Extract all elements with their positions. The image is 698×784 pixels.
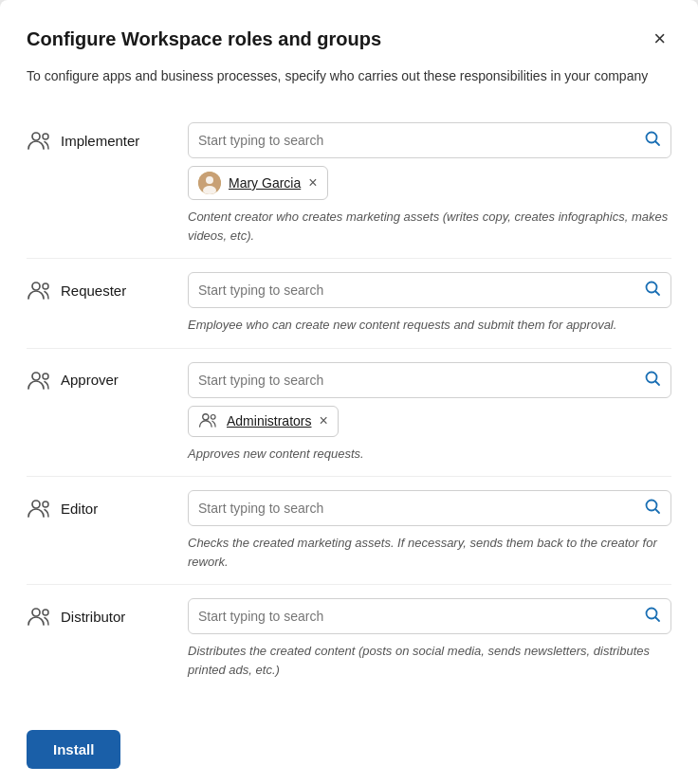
role-right-requester: Employee who can create new content requ… xyxy=(188,272,671,335)
role-desc-approver: Approves new content requests. xyxy=(188,445,671,464)
search-icon xyxy=(644,498,661,519)
tag-name-approver: Administrators xyxy=(227,413,311,428)
role-name-editor: Editor xyxy=(61,501,98,517)
tag-name-implementer: Mary Garcia xyxy=(229,175,301,191)
search-icon xyxy=(644,130,661,151)
role-row-editor: Editor Checks the created marketing asse… xyxy=(27,476,671,584)
role-right-implementer: Mary Garcia×Content creator who creates … xyxy=(188,122,671,245)
svg-point-8 xyxy=(43,283,48,289)
search-box-implementer[interactable] xyxy=(188,122,671,158)
search-icon xyxy=(644,370,661,391)
svg-point-12 xyxy=(43,374,48,379)
configure-dialog: Configure Workspace roles and groups × T… xyxy=(0,0,698,784)
svg-point-23 xyxy=(647,609,657,619)
dialog-footer: Install xyxy=(27,715,671,769)
avatar xyxy=(198,172,221,194)
search-icon xyxy=(644,280,661,301)
people-icon xyxy=(27,498,53,519)
group-icon xyxy=(198,411,219,431)
svg-point-5 xyxy=(206,176,213,184)
svg-line-14 xyxy=(656,381,660,385)
role-name-requester: Requester xyxy=(61,283,126,299)
svg-line-3 xyxy=(656,142,660,146)
search-input-requester[interactable] xyxy=(198,283,636,298)
role-name-approver: Approver xyxy=(61,372,119,388)
tag-implementer: Mary Garcia× xyxy=(188,166,328,200)
search-icon xyxy=(644,606,661,627)
svg-point-9 xyxy=(647,283,657,293)
svg-point-19 xyxy=(647,501,657,511)
search-input-approver[interactable] xyxy=(198,373,636,388)
dialog-header: Configure Workspace roles and groups × xyxy=(27,27,671,51)
role-label-distributor: Distributor xyxy=(27,598,169,627)
svg-point-0 xyxy=(32,133,40,140)
search-box-editor[interactable] xyxy=(188,490,671,526)
svg-point-21 xyxy=(32,609,40,616)
role-name-distributor: Distributor xyxy=(61,609,125,625)
svg-point-7 xyxy=(32,283,40,290)
role-right-editor: Checks the created marketing assets. If … xyxy=(188,490,671,571)
search-input-distributor[interactable] xyxy=(198,609,636,624)
close-button[interactable]: × xyxy=(648,27,671,51)
role-desc-implementer: Content creator who creates marketing as… xyxy=(188,208,671,245)
svg-point-1 xyxy=(43,134,48,139)
search-box-approver[interactable] xyxy=(188,362,671,398)
svg-point-22 xyxy=(43,610,48,615)
svg-point-15 xyxy=(203,413,209,419)
search-input-editor[interactable] xyxy=(198,501,636,516)
role-label-requester: Requester xyxy=(27,272,169,301)
svg-point-18 xyxy=(43,501,48,507)
dialog-subtitle: To configure apps and business processes… xyxy=(27,66,671,86)
role-right-distributor: Distributes the created content (posts o… xyxy=(188,598,671,679)
role-row-requester: Requester Employee who can create new co… xyxy=(27,258,671,348)
tag-remove-implementer[interactable]: × xyxy=(308,175,317,191)
install-button[interactable]: Install xyxy=(27,730,120,769)
svg-point-13 xyxy=(647,372,657,382)
tag-remove-approver[interactable]: × xyxy=(319,413,327,428)
svg-line-10 xyxy=(656,292,660,296)
role-right-approver: Administrators×Approves new content requ… xyxy=(188,362,671,464)
role-row-implementer: Implementer Mary Garcia×Content creator … xyxy=(27,109,671,258)
svg-point-11 xyxy=(32,373,40,380)
role-name-implementer: Implementer xyxy=(61,133,139,149)
people-icon xyxy=(27,280,53,301)
search-input-implementer[interactable] xyxy=(198,133,636,148)
people-icon xyxy=(27,606,53,627)
search-box-distributor[interactable] xyxy=(188,598,671,634)
people-icon xyxy=(27,130,53,151)
svg-point-16 xyxy=(211,414,215,419)
svg-point-17 xyxy=(32,501,40,508)
svg-point-2 xyxy=(647,133,657,143)
tag-approver: Administrators× xyxy=(188,406,339,437)
roles-list: Implementer Mary Garcia×Content creator … xyxy=(27,109,671,692)
people-icon xyxy=(27,370,53,391)
role-desc-distributor: Distributes the created content (posts o… xyxy=(188,642,671,679)
svg-line-24 xyxy=(656,618,660,622)
role-label-editor: Editor xyxy=(27,490,169,519)
role-label-implementer: Implementer xyxy=(27,122,169,151)
role-row-approver: Approver Administrators×Approves new con… xyxy=(27,348,671,477)
role-desc-editor: Checks the created marketing assets. If … xyxy=(188,534,671,571)
role-row-distributor: Distributor Distributes the created cont… xyxy=(27,584,671,692)
svg-line-20 xyxy=(656,510,660,514)
search-box-requester[interactable] xyxy=(188,272,671,308)
role-label-approver: Approver xyxy=(27,362,169,391)
role-desc-requester: Employee who can create new content requ… xyxy=(188,316,671,335)
dialog-title: Configure Workspace roles and groups xyxy=(27,28,381,50)
